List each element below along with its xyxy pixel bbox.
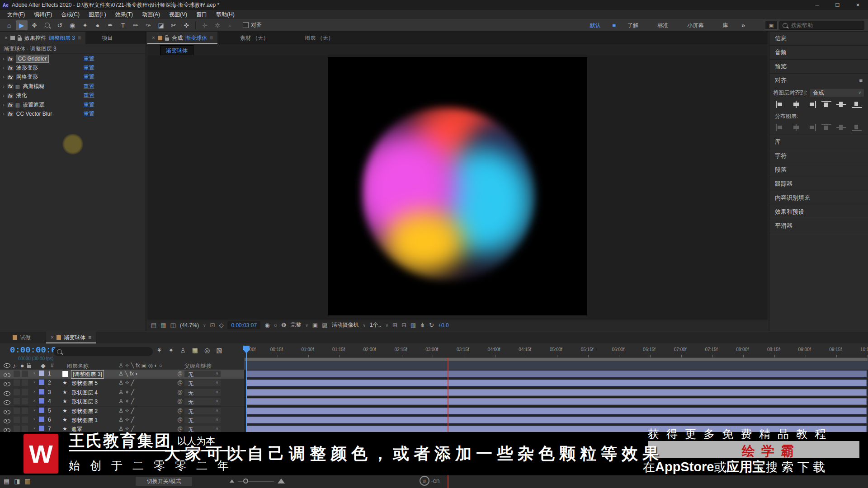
- maximize-button[interactable]: ☐: [827, 0, 848, 10]
- switch-cell[interactable]: [14, 371, 20, 377]
- layer-row-5[interactable]: ›5★形状图层 2♙ ✧ ╱@无∨: [0, 407, 244, 416]
- timeline-jump-icon[interactable]: ▥: [410, 322, 416, 328]
- tab-footage[interactable]: 素材 （无）: [236, 32, 273, 44]
- menu-item-5[interactable]: 动画(A): [137, 10, 165, 19]
- fx-badge-icon[interactable]: fx: [7, 75, 14, 80]
- parent-column[interactable]: 父级和链接: [184, 362, 212, 370]
- selection-tool-icon[interactable]: ▶: [16, 20, 28, 30]
- timeline-zoom-slider[interactable]: [230, 479, 285, 483]
- fx-badge-icon[interactable]: fx: [7, 65, 14, 70]
- zoom-tool-icon[interactable]: [41, 20, 53, 30]
- expand-arrow-icon[interactable]: ›: [0, 112, 7, 117]
- parent-select[interactable]: 无∨: [184, 380, 221, 386]
- parent-select[interactable]: 无∨: [184, 417, 221, 423]
- home-icon[interactable]: ⌂: [3, 20, 15, 30]
- layer-row-6[interactable]: ›6★形状图层 1♙ ✧ ╱@无∨: [0, 416, 244, 425]
- effect-reset-link[interactable]: 重置: [84, 83, 94, 90]
- roto-brush-tool-icon[interactable]: ✂: [168, 20, 179, 30]
- camera-select[interactable]: 活动摄像机: [331, 321, 359, 329]
- align-to-select[interactable]: 合成 ∨: [810, 88, 864, 97]
- effect-row[interactable]: ›fxCC Griddler重置: [0, 54, 146, 63]
- camera-tool-icon[interactable]: ◉: [66, 20, 78, 30]
- video-column-icon[interactable]: [4, 363, 10, 368]
- effect-row[interactable]: ›fx▥设置遮罩重置: [0, 100, 146, 109]
- expand-arrow-icon[interactable]: ›: [0, 75, 7, 80]
- layer-switches[interactable]: ♙ ╲ fx ◐: [118, 371, 139, 377]
- layer-visibility-icon[interactable]: [4, 400, 10, 405]
- expand-layers-icon[interactable]: ▤: [4, 478, 9, 484]
- workspace-menu-icon[interactable]: ≡: [613, 22, 616, 29]
- menu-item-3[interactable]: 图层(L): [84, 10, 111, 19]
- layer-name[interactable]: [调整图层 3]: [71, 371, 104, 378]
- hide-shy-layers-icon[interactable]: ♙: [180, 347, 186, 353]
- menu-item-2[interactable]: 合成(C): [57, 10, 84, 19]
- layer-duration-bar[interactable]: [246, 371, 867, 377]
- align-toggle[interactable]: 对齐: [243, 21, 262, 29]
- align-top-icon[interactable]: [821, 101, 831, 108]
- switch-cell[interactable]: [22, 371, 28, 377]
- effect-row[interactable]: ›fx液化重置: [0, 91, 146, 100]
- layer-duration-bar[interactable]: [246, 408, 867, 414]
- view-layout-select[interactable]: 1个..: [370, 321, 381, 329]
- solo-column-icon[interactable]: ●: [20, 362, 24, 369]
- close-tab-icon[interactable]: ×: [51, 334, 54, 341]
- sidebar-panel-6-panels_bottom[interactable]: 平滑器: [769, 219, 868, 233]
- distribute-h-center-icon[interactable]: [791, 124, 801, 131]
- pickwhip-icon[interactable]: @: [177, 371, 183, 377]
- label-color-chip[interactable]: [39, 426, 44, 431]
- expand-arrow-icon[interactable]: ›: [33, 426, 35, 431]
- pixel-aspect-icon[interactable]: ⊞: [392, 322, 397, 328]
- graph-editor-icon[interactable]: ▧: [216, 347, 222, 353]
- number-column[interactable]: #: [51, 362, 54, 369]
- tab-comp-gradient-ball[interactable]: × 渐变球体 ≡: [46, 332, 96, 343]
- switch-cell[interactable]: [22, 426, 28, 432]
- motion-blur-icon[interactable]: ◎: [204, 347, 210, 353]
- track-row-1[interactable]: [244, 370, 868, 379]
- align-left-icon[interactable]: [776, 101, 786, 108]
- distribute-v-center-icon[interactable]: [836, 124, 846, 131]
- layer-switches[interactable]: ♙ ✧ ╱: [118, 398, 134, 404]
- switch-cell[interactable]: [14, 426, 20, 432]
- switch-cell[interactable]: [22, 417, 28, 423]
- clone-stamp-tool-icon[interactable]: ✑: [142, 20, 154, 30]
- track-row-6[interactable]: [244, 416, 868, 425]
- work-area-bar[interactable]: [244, 357, 868, 361]
- effect-row[interactable]: ›fx网格变形重置: [0, 73, 146, 82]
- pen-tool-icon[interactable]: ✒: [104, 20, 116, 30]
- fx-badge-icon[interactable]: fx: [7, 111, 14, 117]
- effect-row[interactable]: ›fx波形变形重置: [0, 63, 146, 72]
- minimize-button[interactable]: ─: [807, 0, 827, 10]
- fx-badge-icon[interactable]: fx: [7, 93, 14, 99]
- layer-duration-bar[interactable]: [246, 417, 867, 423]
- puppet-pin-tool-icon[interactable]: ✜: [180, 20, 192, 30]
- tab-composition[interactable]: × 合成 渐变球体 ≡: [147, 32, 217, 44]
- sidebar-panel-0-panels_top[interactable]: 信息: [769, 32, 868, 46]
- layer-visibility-icon[interactable]: [4, 410, 10, 414]
- channel-icon[interactable]: ◫: [170, 322, 176, 328]
- shape-tool-icon[interactable]: ●: [92, 20, 104, 30]
- sidebar-panel-0-panels_bottom[interactable]: 库: [769, 135, 868, 149]
- viewer-timecode[interactable]: 0:00:03:07: [227, 321, 260, 329]
- effect-reset-link[interactable]: 重置: [84, 73, 94, 81]
- sidebar-panel-1-panels_bottom[interactable]: 字符: [769, 149, 868, 163]
- mask-visibility-icon[interactable]: ◇: [219, 322, 223, 328]
- sidebar-panel-4-panels_bottom[interactable]: 内容识别填充: [769, 191, 868, 205]
- expand-arrow-icon[interactable]: ›: [33, 417, 35, 422]
- transparency-grid-icon[interactable]: ▨: [322, 322, 327, 328]
- switch-cell[interactable]: [22, 389, 28, 395]
- switch-cell[interactable]: [14, 398, 20, 404]
- magnification-select[interactable]: (44.7%): [180, 322, 199, 328]
- name-column[interactable]: 图层名称: [67, 362, 89, 370]
- menu-item-1[interactable]: 编辑(E): [29, 10, 57, 19]
- effect-reset-link[interactable]: 重置: [84, 64, 94, 72]
- workspace-overflow-icon[interactable]: »: [741, 22, 745, 29]
- layer-switches[interactable]: ♙ ✧ ╱: [118, 389, 134, 395]
- layer-switches[interactable]: ♙ ✧ ╱: [118, 380, 134, 386]
- composition-mini-flowchart-icon[interactable]: ⚘: [156, 347, 162, 353]
- lock-column-icon[interactable]: [27, 365, 31, 368]
- brush-tool-icon[interactable]: ✏: [130, 20, 142, 30]
- pickwhip-icon[interactable]: @: [177, 389, 183, 395]
- switch-cell[interactable]: [14, 408, 20, 414]
- track-row-2[interactable]: [244, 379, 868, 388]
- tab-project[interactable]: 项目: [97, 32, 117, 44]
